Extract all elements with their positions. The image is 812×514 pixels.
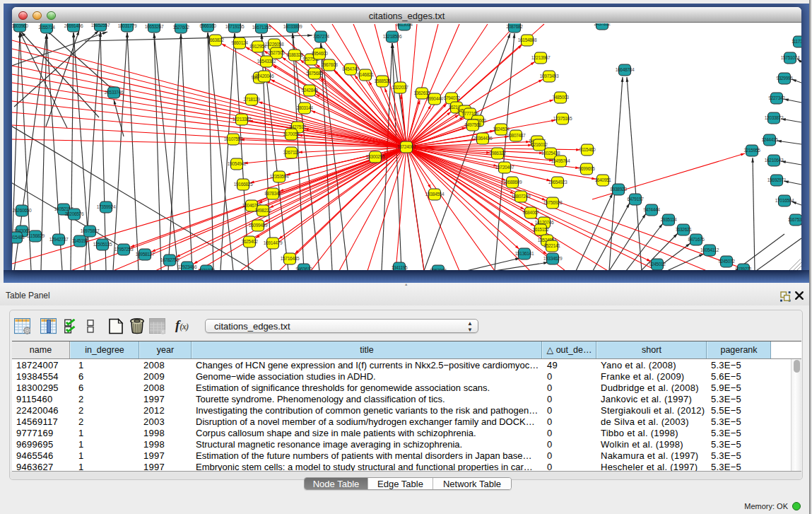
- svg-text:6794072: 6794072: [443, 95, 460, 100]
- svg-text:1362615: 1362615: [413, 90, 430, 95]
- svg-text:7357274: 7357274: [312, 34, 329, 39]
- svg-text:8454749: 8454749: [342, 66, 359, 71]
- svg-text:16099489: 16099489: [249, 223, 268, 228]
- svg-text:13218506: 13218506: [383, 34, 402, 39]
- svg-text:1640951: 1640951: [594, 177, 611, 182]
- svg-text:3267110: 3267110: [283, 150, 300, 155]
- svg-text:16782759: 16782759: [160, 257, 180, 262]
- svg-text:16154808: 16154808: [518, 37, 537, 42]
- svg-text:10671355: 10671355: [252, 25, 271, 30]
- svg-text:9242848: 9242848: [301, 88, 318, 93]
- svg-text:6497568: 6497568: [464, 122, 481, 127]
- svg-text:7663822: 7663822: [207, 37, 224, 42]
- svg-text:9684067: 9684067: [522, 210, 539, 215]
- svg-text:7625402: 7625402: [241, 239, 258, 244]
- svg-text:9115460: 9115460: [579, 147, 596, 152]
- svg-text:7485003: 7485003: [552, 95, 569, 100]
- svg-text:7986322: 7986322: [489, 151, 506, 156]
- svg-text:8039271: 8039271: [735, 267, 752, 270]
- svg-text:3915481: 3915481: [12, 235, 25, 240]
- svg-text:2718129: 2718129: [243, 97, 260, 102]
- svg-text:8912954: 8912954: [249, 44, 266, 49]
- svg-text:12375165: 12375165: [553, 116, 572, 121]
- svg-text:15720407: 15720407: [495, 165, 514, 170]
- svg-text:1588520: 1588520: [374, 78, 391, 83]
- svg-text:16914479: 16914479: [264, 240, 283, 245]
- svg-text:19654923: 19654923: [548, 180, 567, 185]
- svg-text:17016504: 17016504: [775, 198, 794, 203]
- svg-text:10719155: 10719155: [225, 24, 245, 29]
- svg-text:10688609: 10688609: [503, 180, 522, 185]
- svg-text:19384554: 19384554: [425, 192, 445, 197]
- svg-text:20691406: 20691406: [64, 23, 83, 28]
- svg-text:2055714: 2055714: [38, 25, 55, 30]
- svg-text:1167534: 1167534: [788, 217, 801, 222]
- svg-text:13226058: 13226058: [265, 42, 284, 47]
- svg-text:9699695: 9699695: [578, 166, 595, 171]
- svg-text:18724007: 18724007: [397, 144, 416, 149]
- svg-text:18031779: 18031779: [118, 23, 137, 28]
- svg-text:16543382: 16543382: [257, 59, 276, 64]
- svg-text:12033872: 12033872: [765, 115, 784, 120]
- svg-text:1954600: 1954600: [311, 51, 328, 56]
- svg-text:19852557: 19852557: [91, 23, 110, 28]
- svg-text:20533746: 20533746: [105, 90, 124, 95]
- svg-text:12353594: 12353594: [270, 174, 289, 179]
- svg-text:1145192: 1145192: [72, 238, 88, 243]
- svg-text:17957253: 17957253: [114, 247, 134, 252]
- svg-text:8186328: 8186328: [286, 52, 303, 57]
- svg-text:16648784: 16648784: [616, 67, 635, 72]
- svg-text:10958127: 10958127: [136, 252, 155, 257]
- svg-text:5875685: 5875685: [306, 71, 323, 76]
- svg-text:2087682: 2087682: [506, 24, 523, 29]
- svg-text:2522141: 2522141: [543, 243, 560, 248]
- svg-text:9245012: 9245012: [649, 262, 666, 267]
- svg-text:19054942: 19054942: [228, 161, 247, 166]
- svg-text:18807249: 18807249: [512, 194, 531, 199]
- svg-text:10653267: 10653267: [145, 24, 164, 29]
- svg-text:12942737: 12942737: [49, 237, 69, 242]
- svg-text:1824534: 1824534: [493, 127, 510, 132]
- svg-text:1322037: 1322037: [392, 85, 408, 90]
- svg-text:1803960: 1803960: [12, 23, 28, 28]
- svg-text:8878342: 8878342: [264, 191, 281, 196]
- svg-text:19756928: 19756928: [543, 200, 563, 205]
- svg-text:10107553: 10107553: [224, 136, 243, 141]
- svg-text:1341195: 1341195: [392, 265, 408, 270]
- svg-text:1615152: 1615152: [532, 227, 549, 232]
- svg-text:9863964: 9863964: [430, 268, 447, 270]
- svg-text:12505135: 12505135: [93, 242, 112, 247]
- svg-text:10807487: 10807487: [507, 133, 526, 138]
- svg-text:8813054: 8813054: [396, 23, 413, 27]
- svg-text:6479197: 6479197: [627, 197, 644, 201]
- svg-text:10975887: 10975887: [81, 228, 100, 233]
- svg-text:2437812: 2437812: [594, 23, 611, 26]
- svg-text:8990444: 8990444: [426, 96, 443, 101]
- svg-text:15495764: 15495764: [551, 158, 570, 163]
- svg-text:6966160: 6966160: [199, 23, 216, 28]
- svg-text:2967608: 2967608: [321, 62, 338, 67]
- svg-text:10973493: 10973493: [540, 74, 559, 78]
- svg-text:12213382: 12213382: [233, 117, 252, 122]
- svg-text:15751074: 15751074: [781, 55, 800, 60]
- svg-text:16033809: 16033809: [283, 24, 302, 29]
- svg-text:17359924: 17359924: [97, 204, 116, 209]
- svg-text:18300295: 18300295: [366, 154, 385, 159]
- svg-text:15692971: 15692971: [767, 177, 787, 182]
- svg-text:9146821: 9146821: [357, 72, 374, 77]
- svg-text:3498222: 3498222: [254, 208, 271, 213]
- svg-text:7632621: 7632621: [675, 227, 692, 232]
- svg-text:11156829: 11156829: [26, 233, 45, 238]
- svg-text:19334629: 19334629: [543, 256, 563, 261]
- svg-text:20364436: 20364436: [473, 136, 493, 141]
- svg-text:9474444: 9474444: [643, 207, 660, 212]
- svg-text:12213967: 12213967: [531, 55, 551, 60]
- svg-text:8938923: 8938923: [610, 187, 627, 192]
- svg-text:9463612: 9463612: [295, 267, 312, 270]
- svg-text:1244415: 1244415: [761, 137, 778, 142]
- svg-text:3170051: 3170051: [283, 132, 300, 136]
- svg-text:10025438: 10025438: [541, 151, 560, 156]
- svg-text:6216012: 6216012: [531, 142, 548, 147]
- svg-text:9860124: 9860124: [231, 40, 248, 45]
- svg-text:16210643: 16210643: [765, 158, 784, 163]
